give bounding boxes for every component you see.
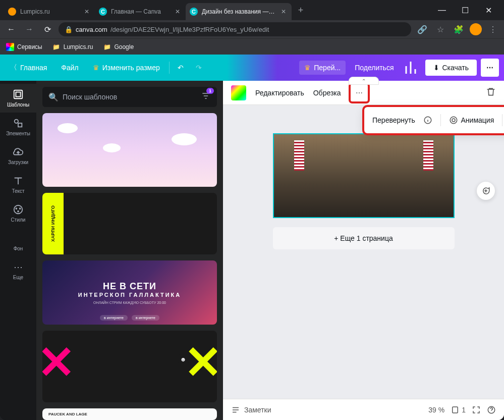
design-canvas[interactable] (273, 133, 455, 218)
flip-button[interactable]: Перевернуть (372, 116, 415, 124)
resize-label: Изменить размер (102, 64, 160, 72)
share-button[interactable]: 🔗 (415, 22, 429, 36)
canvas-body[interactable]: + Еще 1 страница (223, 105, 504, 399)
page-count-button[interactable]: 1 (451, 405, 466, 414)
bookmark-google[interactable]: 📁Google (101, 42, 136, 52)
nav-uploads[interactable]: Загрузки (0, 141, 36, 170)
nav-back-button[interactable]: ← (4, 22, 18, 36)
file-menu[interactable]: Файл (56, 61, 83, 75)
svg-point-4 (14, 205, 23, 214)
help-button[interactable] (487, 405, 496, 414)
template-item[interactable]: PAUCEK AND LAGE (42, 408, 217, 420)
cloud-upload-icon (13, 146, 24, 158)
resize-button[interactable]: ♛Изменить размер (88, 61, 165, 75)
minimize-button[interactable]: — (434, 6, 450, 15)
templates-icon (13, 89, 24, 100)
close-window-button[interactable]: ✕ (481, 6, 496, 15)
home-button[interactable]: 〈Главная (5, 60, 52, 75)
url-input[interactable]: 🔒 canva.com/design/DAE2EVwjn_l/IjLMe3Pzf… (59, 22, 411, 36)
download-button[interactable]: ⬇Скачать (425, 60, 477, 76)
search-input[interactable] (63, 93, 197, 101)
favicon-icon (8, 8, 16, 16)
svg-point-5 (16, 208, 17, 209)
browser-tab-3[interactable]: C Дизайн без названия — 1024 ✕ (186, 3, 292, 20)
add-page-button[interactable]: + Еще 1 страница (273, 227, 455, 249)
nav-label: Еще (13, 275, 23, 280)
notes-button[interactable]: Заметки (231, 405, 271, 414)
crop-button[interactable]: Обрезка (313, 89, 341, 97)
browser-tab-1[interactable]: Lumpics.ru ✕ (4, 3, 95, 20)
undo-button[interactable]: ↶ (174, 61, 188, 75)
add-comment-button[interactable] (477, 182, 495, 200)
bookmark-apps[interactable]: Сервисы (4, 42, 44, 52)
delete-button[interactable] (486, 87, 496, 98)
context-more-button[interactable]: ⋯ (350, 84, 368, 102)
crown-icon: ♛ (93, 64, 99, 72)
more-button[interactable]: ⋯ (481, 59, 499, 77)
svg-rect-3 (18, 123, 22, 127)
browser-tabs: Lumpics.ru ✕ C Главная — Canva ✕ C Дизай… (4, 3, 434, 20)
nav-more[interactable]: ⋯Еще (0, 256, 36, 285)
svg-point-10 (452, 119, 455, 122)
bookmark-lumpics[interactable]: 📁Lumpics.ru (50, 42, 95, 52)
palette-icon (13, 204, 24, 215)
close-icon[interactable]: ✕ (279, 8, 288, 16)
browser-tab-2[interactable]: C Главная — Canva ✕ (95, 3, 186, 20)
close-icon[interactable]: ✕ (83, 8, 91, 16)
trash-icon (486, 87, 496, 97)
nav-reload-button[interactable]: ⟳ (40, 22, 54, 36)
template-item[interactable]: НЕ В СЕТИ ИНТЕРСКОП ГАЛЛАКТИКА ОНЛАЙН СТ… (42, 260, 217, 325)
info-button[interactable] (423, 116, 432, 125)
nav-forward-button[interactable]: → (22, 22, 36, 36)
separator (169, 62, 170, 74)
edit-image-button[interactable]: Редактировать (255, 89, 304, 97)
page-count: 1 (462, 406, 466, 414)
template-item[interactable] (42, 113, 217, 187)
templates-panel: 🔍 1 ХАРПИ ИНДИГО НЕ (36, 81, 223, 420)
nav-styles[interactable]: Стили (0, 199, 36, 228)
zoom-level[interactable]: 39 % (428, 406, 444, 414)
svg-rect-1 (16, 92, 20, 96)
canva-app: 〈Главная Файл ♛Изменить размер ↶ ↷ ♛Пере… (0, 55, 504, 420)
separator (502, 114, 502, 126)
color-swatch[interactable] (231, 85, 246, 100)
svg-rect-20 (453, 407, 458, 413)
canvas-footer: ⌃ Заметки 39 % 1 (223, 399, 504, 420)
insights-button[interactable] (403, 59, 421, 77)
notes-label: Заметки (244, 406, 271, 414)
template-item[interactable]: ХАРПИ ИНДИГО (42, 193, 217, 254)
profile-avatar[interactable] (470, 23, 482, 35)
text-icon (13, 175, 24, 186)
nav-label: Фон (14, 246, 23, 251)
bookmark-star-button[interactable]: ☆ (433, 22, 447, 36)
extensions-button[interactable]: 🧩 (452, 22, 466, 36)
animation-button[interactable]: Анимация (449, 116, 494, 125)
filter-badge: 1 (206, 88, 214, 94)
app-body: Шаблоны Элементы Загрузки Текст Стили Фо… (0, 81, 504, 420)
maximize-button[interactable]: ☐ (458, 6, 473, 15)
template-label: PAUCEK AND LAGE (48, 412, 87, 416)
svg-rect-0 (14, 90, 23, 99)
templates-list[interactable]: ХАРПИ ИНДИГО НЕ В СЕТИ ИНТЕРСКОП ГАЛЛАКТ… (36, 113, 223, 420)
upgrade-button[interactable]: ♛Перей... (299, 61, 346, 75)
svg-point-7 (18, 211, 19, 212)
nav-elements[interactable]: Элементы (0, 113, 36, 141)
upgrade-label: Перей... (314, 64, 341, 72)
footer-handle[interactable]: ⌃ (349, 77, 379, 85)
share-button[interactable]: Поделиться (350, 61, 399, 75)
search-box[interactable]: 🔍 1 (42, 87, 217, 107)
template-item[interactable]: ✕✕☻ (42, 331, 217, 402)
nav-background[interactable]: Фон (0, 228, 36, 256)
fullscreen-button[interactable] (472, 405, 481, 414)
nav-label: Текст (12, 188, 24, 194)
tab-label: Lumpics.ru (20, 8, 79, 15)
nav-text[interactable]: Текст (0, 170, 36, 199)
browser-menu-button[interactable]: ⋮ (486, 22, 500, 36)
redo-button[interactable]: ↷ (192, 61, 206, 75)
nav-templates[interactable]: Шаблоны (0, 84, 36, 113)
close-icon[interactable]: ✕ (174, 8, 182, 16)
side-nav: Шаблоны Элементы Загрузки Текст Стили Фо… (0, 81, 36, 420)
new-tab-button[interactable]: + (294, 3, 308, 17)
url-domain: canva.com (76, 26, 107, 33)
filter-button[interactable]: 1 (201, 91, 211, 103)
